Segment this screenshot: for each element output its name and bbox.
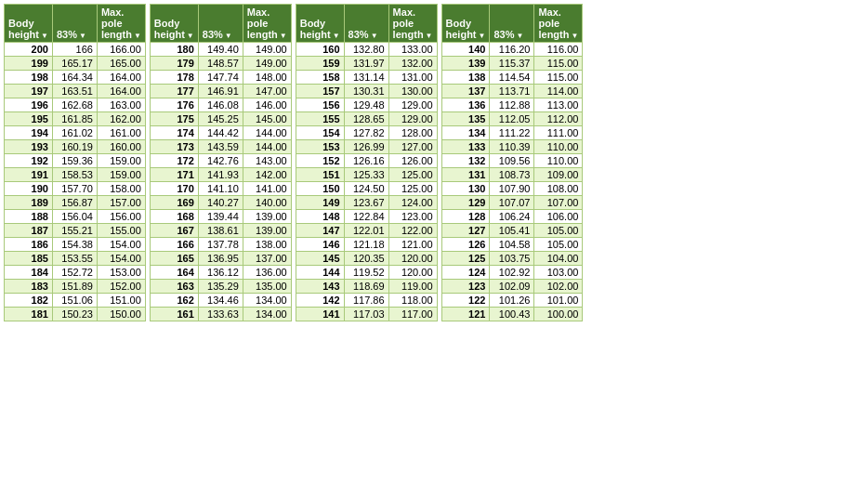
pct-cell: 140.27 <box>198 196 243 210</box>
pct-cell: 157.70 <box>52 182 97 196</box>
body-height-cell: 177 <box>150 85 198 98</box>
max-pole-header[interactable]: Max.polelength▼ <box>534 5 583 43</box>
body-height-cell: 179 <box>150 57 198 71</box>
body-height-cell: 159 <box>296 57 344 71</box>
pct-cell: 120.35 <box>344 252 388 266</box>
max-pole-cell: 134.00 <box>243 294 291 308</box>
dropdown-arrow-icon: ▼ <box>371 32 378 40</box>
pct-header[interactable]: 83%▼ <box>198 5 243 43</box>
max-pole-cell: 121.00 <box>388 238 437 252</box>
max-pole-cell: 109.00 <box>534 168 583 182</box>
max-pole-header[interactable]: Max.polelength▼ <box>97 5 145 43</box>
max-pole-cell: 118.00 <box>388 294 437 308</box>
body-height-cell: 167 <box>150 224 198 238</box>
pct-cell: 149.40 <box>198 43 243 57</box>
pct-cell: 126.99 <box>344 140 388 154</box>
pct-header[interactable]: 83%▼ <box>52 5 97 43</box>
table-row: 123102.09102.00 <box>441 280 583 294</box>
table-row: 182151.06151.00 <box>5 294 146 308</box>
max-pole-cell: 102.00 <box>534 280 583 294</box>
pct-cell: 122.01 <box>344 224 388 238</box>
table-row: 164136.12136.00 <box>150 266 291 280</box>
body-height-cell: 195 <box>5 112 53 126</box>
max-pole-cell: 131.00 <box>388 71 437 85</box>
body-height-cell: 126 <box>441 238 490 252</box>
table-row: 122101.26101.00 <box>441 294 583 308</box>
body-height-header[interactable]: Bodyheight▼ <box>296 5 344 43</box>
max-pole-cell: 161.00 <box>97 126 145 140</box>
table-row: 185153.55154.00 <box>5 252 146 266</box>
pct-cell: 131.97 <box>344 57 388 71</box>
dropdown-arrow-icon: ▼ <box>134 32 141 40</box>
table-row: 142117.86118.00 <box>296 294 437 308</box>
body-height-header[interactable]: Bodyheight▼ <box>150 5 198 43</box>
pct-cell: 104.58 <box>490 238 534 252</box>
body-height-header[interactable]: Bodyheight▼ <box>441 5 490 43</box>
pct-cell: 150.23 <box>52 308 97 321</box>
max-pole-cell: 135.00 <box>243 280 291 294</box>
body-height-cell: 147 <box>296 224 344 238</box>
max-pole-header[interactable]: Max.polelength▼ <box>243 5 291 43</box>
body-height-cell: 200 <box>5 43 53 57</box>
pct-cell: 141.93 <box>198 168 243 182</box>
max-pole-cell: 140.00 <box>243 196 291 210</box>
pct-cell: 102.09 <box>490 280 534 294</box>
table-row: 191158.53159.00 <box>5 168 146 182</box>
table-row: 158131.14131.00 <box>296 71 437 85</box>
body-height-cell: 190 <box>5 182 53 196</box>
pct-cell: 147.74 <box>198 71 243 85</box>
max-pole-cell: 136.00 <box>243 266 291 280</box>
pct-cell: 109.56 <box>490 154 534 168</box>
pct-cell: 159.36 <box>52 154 97 168</box>
max-pole-cell: 166.00 <box>97 43 145 57</box>
max-pole-cell: 157.00 <box>97 196 145 210</box>
table-row: 179148.57149.00 <box>150 57 291 71</box>
body-height-cell: 156 <box>296 98 344 112</box>
max-pole-cell: 128.00 <box>388 126 437 140</box>
table-row: 132109.56110.00 <box>441 154 583 168</box>
pct-cell: 130.31 <box>344 85 388 98</box>
table-row: 159131.97132.00 <box>296 57 437 71</box>
max-pole-cell: 155.00 <box>97 224 145 238</box>
pct-header[interactable]: 83%▼ <box>344 5 388 43</box>
max-pole-cell: 106.00 <box>534 210 583 224</box>
body-height-cell: 150 <box>296 182 344 196</box>
max-pole-cell: 107.00 <box>534 196 583 210</box>
max-pole-cell: 129.00 <box>388 98 437 112</box>
table-row: 177146.91147.00 <box>150 85 291 98</box>
body-height-cell: 173 <box>150 140 198 154</box>
table-row: 175145.25145.00 <box>150 112 291 126</box>
table-row: 176146.08146.00 <box>150 98 291 112</box>
table-row: 192159.36159.00 <box>5 154 146 168</box>
table-row: 127105.41105.00 <box>441 224 583 238</box>
body-height-cell: 163 <box>150 280 198 294</box>
dropdown-arrow-icon: ▼ <box>516 32 523 40</box>
pct-cell: 136.95 <box>198 252 243 266</box>
pct-cell: 111.22 <box>490 126 534 140</box>
pct-cell: 146.91 <box>198 85 243 98</box>
table-row: 130107.90108.00 <box>441 182 583 196</box>
max-pole-cell: 123.00 <box>388 210 437 224</box>
body-height-cell: 188 <box>5 210 53 224</box>
pct-cell: 128.65 <box>344 112 388 126</box>
pct-cell: 160.19 <box>52 140 97 154</box>
table-row: 129107.07107.00 <box>441 196 583 210</box>
pct-cell: 141.10 <box>198 182 243 196</box>
pct-header[interactable]: 83%▼ <box>490 5 534 43</box>
body-height-header[interactable]: Bodyheight▼ <box>5 5 53 43</box>
pct-cell: 138.61 <box>198 224 243 238</box>
pct-cell: 112.05 <box>490 112 534 126</box>
max-pole-header[interactable]: Max.polelength▼ <box>388 5 437 43</box>
dropdown-arrow-icon: ▼ <box>225 32 232 40</box>
max-pole-cell: 108.00 <box>534 182 583 196</box>
data-table-4: Bodyheight▼83%▼Max.polelength▼140116.201… <box>441 4 584 321</box>
pct-cell: 143.59 <box>198 140 243 154</box>
max-pole-cell: 143.00 <box>243 154 291 168</box>
max-pole-cell: 105.00 <box>534 224 583 238</box>
pct-cell: 155.21 <box>52 224 97 238</box>
body-height-cell: 136 <box>441 98 490 112</box>
table-row: 124102.92103.00 <box>441 266 583 280</box>
body-height-cell: 192 <box>5 154 53 168</box>
max-pole-cell: 160.00 <box>97 140 145 154</box>
max-pole-cell: 134.00 <box>243 308 291 321</box>
